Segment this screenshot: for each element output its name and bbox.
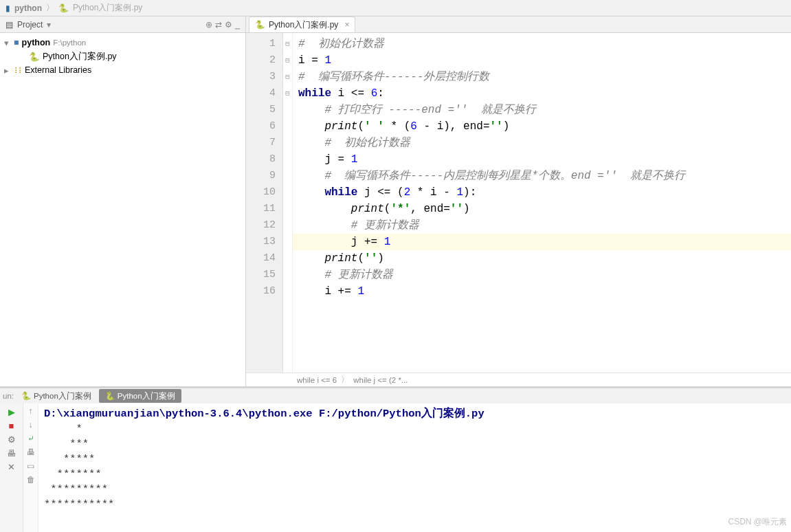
project-icon: ▤ [5, 20, 13, 30]
tree-libs-label: External Libraries [25, 65, 91, 75]
console-output[interactable]: D:\xiangmuruanjian\python-3.6.4\python.e… [38, 403, 791, 532]
editor: 🐍 Python入门案例.py × 1234567891011121314151… [246, 16, 791, 386]
scroll-from-source-icon[interactable]: ⇄ [215, 20, 222, 30]
run-tab[interactable]: 🐍 Python入门案例 [15, 389, 98, 403]
run-tab-label: Python入门案例 [34, 391, 91, 401]
run-tab[interactable]: 🐍 Python入门案例 [99, 389, 181, 403]
run-toolbar: ▶ ■ ⚙ 🖶 ✕ [0, 403, 23, 532]
code-crumb[interactable]: while j <= (2 *... [353, 376, 408, 384]
run-tab-label: Python入门案例 [118, 391, 175, 401]
tree-file[interactable]: 🐍 Python入门案例.py [0, 49, 245, 63]
python-file-icon: 🐍 [255, 20, 265, 30]
gear-icon[interactable]: ⚙ [225, 20, 232, 30]
run-label: un: [3, 392, 14, 400]
python-file-icon: 🐍 [21, 391, 31, 401]
breadcrumb-root[interactable]: python [14, 3, 42, 13]
sidebar-header: ▤ Project ▾ ⊕ ⇄ ⚙ ⎯ [0, 16, 245, 33]
fold-gutter: ⊟⊟⊟⊟ [283, 33, 293, 373]
project-name: python [22, 38, 51, 47]
clear-icon[interactable]: ▭ [27, 461, 34, 471]
project-sidebar: ▤ Project ▾ ⊕ ⇄ ⚙ ⎯ ▾ ■ python F:\python… [0, 16, 246, 386]
close-icon[interactable]: × [344, 20, 349, 30]
rerun-icon[interactable]: ▶ [6, 406, 17, 417]
code-area[interactable]: # 初始化计数器i = 1# 编写循环条件------外层控制行数while i… [293, 33, 791, 373]
editor-tab-label: Python入门案例.py [269, 19, 338, 31]
project-path: F:\python [53, 38, 86, 47]
settings-icon[interactable]: ⚙ [6, 434, 17, 445]
sidebar-title[interactable]: Project [17, 20, 43, 30]
tree-file-label: Python入门案例.py [43, 51, 117, 63]
pin-icon[interactable]: 🖶 [6, 447, 17, 458]
chevron-right-icon: 〉 [46, 2, 54, 14]
down-icon[interactable]: ↓ [29, 420, 33, 430]
folder-icon: ▮ [5, 3, 10, 13]
code-breadcrumb: while i <= 6 〉 while j <= (2 *... [246, 373, 791, 386]
python-file-icon: 🐍 [29, 52, 40, 62]
watermark: CSDN @唯元素 [728, 516, 787, 528]
stop-icon[interactable]: ■ [6, 420, 17, 431]
code-crumb[interactable]: while i <= 6 [297, 376, 337, 384]
python-file-icon: 🐍 [105, 391, 115, 401]
tree-project-root[interactable]: ▾ ■ python F:\python [0, 36, 245, 49]
line-gutter: 12345678910111213141516 [246, 33, 283, 373]
up-icon[interactable]: ↑ [29, 406, 33, 416]
editor-tab[interactable]: 🐍 Python入门案例.py × [249, 16, 355, 32]
breadcrumb: ▮ python 〉 🐍 Python入门案例.py [0, 0, 791, 16]
close-icon[interactable]: ✕ [6, 461, 17, 472]
python-file-icon: 🐍 [58, 3, 69, 13]
run-panel: un: 🐍 Python入门案例 🐍 Python入门案例 ▶ ■ ⚙ 🖶 ✕ … [0, 386, 791, 532]
project-tree: ▾ ■ python F:\python 🐍 Python入门案例.py ▸ ⫶… [0, 33, 245, 80]
hide-icon[interactable]: ⎯ [235, 20, 240, 30]
wrap-icon[interactable]: ⤶ [27, 434, 34, 443]
libraries-icon: ⫶⫶ [14, 65, 22, 75]
editor-tab-bar: 🐍 Python入门案例.py × [246, 16, 791, 33]
run-tab-bar: un: 🐍 Python入门案例 🐍 Python入门案例 [0, 388, 791, 403]
run-toolbar-2: ↑ ↓ ⤶ 🖶 ▭ 🗑 [23, 403, 38, 532]
print-icon[interactable]: 🖶 [27, 447, 35, 457]
trash-icon[interactable]: 🗑 [27, 475, 35, 485]
tree-external-libs[interactable]: ▸ ⫶⫶ External Libraries [0, 63, 245, 77]
breadcrumb-file[interactable]: Python入门案例.py [73, 2, 142, 14]
collapse-icon[interactable]: ⊕ [205, 20, 212, 30]
